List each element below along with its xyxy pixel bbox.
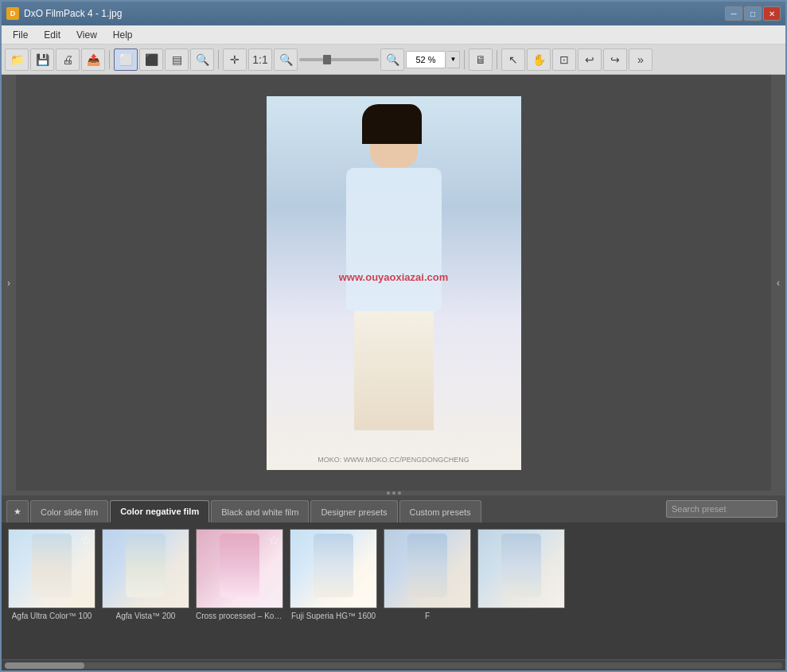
preset-item-1[interactable]: ☆ Agfa Ultra Color™ 100: [8, 529, 95, 620]
splitter-dot-1: [387, 491, 390, 495]
tab-color-negative[interactable]: Color negative film: [110, 500, 209, 522]
zoom-in-icon: 🔍: [380, 49, 404, 71]
bottom-scrollbar[interactable]: [2, 659, 785, 670]
main-content: › www.ouyaoxiazai.com MOKO: WWW.MOK: [2, 75, 785, 491]
preset-label-5: F: [425, 612, 430, 620]
loupe-button[interactable]: 🔍: [190, 49, 214, 71]
preset-thumb-5: [384, 529, 471, 608]
preset-label-2: Agfa Vista™ 200: [116, 612, 176, 620]
photo-watermark: www.ouyaoxiazai.com: [339, 271, 449, 283]
zoom-1to1-label: 1:1: [252, 53, 267, 66]
preset-star-1: ☆: [80, 533, 92, 548]
preset-thumb-6: [477, 529, 565, 608]
display-mode-button[interactable]: 🖥: [469, 49, 493, 71]
share-button[interactable]: 📤: [81, 49, 105, 71]
canvas-area: www.ouyaoxiazai.com MOKO: WWW.MOKO.CC/PE…: [16, 75, 771, 491]
tab-designer[interactable]: Designer presets: [310, 500, 397, 522]
preset-thumb-2: [102, 529, 189, 608]
menu-help[interactable]: Help: [105, 28, 141, 42]
left-panel-toggle[interactable]: ›: [2, 75, 16, 491]
zoom-slider[interactable]: [299, 58, 379, 61]
single-view-button[interactable]: ⬜: [114, 49, 138, 71]
person-legs: [354, 311, 434, 430]
title-bar: D DxO FilmPack 4 - 1.jpg ─ □ ✕: [2, 2, 785, 25]
photo-container: www.ouyaoxiazai.com MOKO: WWW.MOKO.CC/PE…: [267, 96, 521, 470]
menu-view[interactable]: View: [68, 28, 105, 42]
preset-thumbnails: ☆ Agfa Ultra Color™ 100 Agfa Vista™ 200 …: [2, 522, 785, 659]
preset-label-4: Fuji Superia HG™ 1600: [291, 612, 376, 620]
tab-black-white[interactable]: Black and white film: [211, 500, 309, 522]
person-body: [346, 168, 442, 311]
app-icon: D: [6, 7, 19, 20]
photo-bottom-text: MOKO: WWW.MOKO.CC/PENGDONGCHENG: [267, 456, 521, 464]
separator-3: [464, 50, 465, 69]
redo-button[interactable]: ↪: [603, 49, 627, 71]
preset-item-5[interactable]: F: [384, 529, 471, 620]
preset-item-3[interactable]: ☆ Cross processed – Kodak ...: [196, 529, 283, 620]
bottom-panel: ★ Color slide film Color negative film B…: [2, 495, 785, 670]
preset-search-container: [666, 500, 777, 518]
print-button[interactable]: 🖨: [56, 49, 80, 71]
preset-label-3: Cross processed – Kodak ...: [196, 612, 283, 620]
tab-custom[interactable]: Custom presets: [399, 500, 481, 522]
scrollbar-track: [5, 662, 782, 669]
photo-display: www.ouyaoxiazai.com MOKO: WWW.MOKO.CC/PE…: [267, 96, 521, 470]
open-button[interactable]: 📁: [5, 49, 29, 71]
zoom-dropdown[interactable]: ▼: [447, 51, 460, 68]
window-title: DxO FilmPack 4 - 1.jpg: [24, 8, 122, 19]
more-button[interactable]: »: [629, 49, 653, 71]
splitter-dot-2: [392, 491, 395, 495]
preset-label-1: Agfa Ultra Color™ 100: [12, 612, 92, 620]
select-tool-button[interactable]: ↖: [501, 49, 525, 71]
menu-file[interactable]: File: [5, 28, 36, 42]
preset-thumb-1: ☆: [8, 529, 95, 608]
menu-bar: File Edit View Help: [2, 25, 785, 45]
close-button[interactable]: ✕: [763, 6, 781, 21]
tab-color-slide[interactable]: Color slide film: [30, 500, 108, 522]
search-preset-input[interactable]: [666, 500, 777, 518]
split-view-button[interactable]: ▤: [165, 49, 189, 71]
title-buttons: ─ □ ✕: [725, 6, 781, 21]
right-panel-toggle[interactable]: ‹: [771, 75, 785, 491]
splitter-dot-3: [398, 491, 401, 495]
separator-4: [497, 50, 497, 69]
right-arrow-icon: ‹: [777, 278, 780, 289]
compare-view-button[interactable]: ⬛: [139, 49, 163, 71]
save-button[interactable]: 💾: [30, 49, 54, 71]
separator-1: [109, 50, 110, 69]
preset-item-4[interactable]: Fuji Superia HG™ 1600: [290, 529, 377, 620]
preset-item-2[interactable]: Agfa Vista™ 200: [102, 529, 189, 620]
zoom-1to1-button[interactable]: 1:1: [248, 49, 272, 71]
preset-star-3: ☆: [268, 533, 279, 548]
person-hair: [362, 104, 422, 144]
preset-thumb-3: ☆: [196, 529, 283, 608]
preset-item-6[interactable]: [477, 529, 565, 612]
move-tool-button[interactable]: ✛: [223, 49, 247, 71]
preset-thumb-4: [290, 529, 377, 608]
hand-tool-button[interactable]: ✋: [527, 49, 551, 71]
star-icon: ★: [14, 507, 21, 517]
tab-favorites[interactable]: ★: [6, 500, 29, 522]
minimize-button[interactable]: ─: [725, 6, 742, 21]
zoom-input[interactable]: [406, 51, 446, 68]
left-arrow-icon: ›: [7, 278, 10, 289]
preset-tabs: ★ Color slide film Color negative film B…: [2, 495, 785, 522]
scrollbar-thumb[interactable]: [5, 662, 84, 669]
undo-button[interactable]: ↩: [578, 49, 602, 71]
maximize-button[interactable]: □: [744, 6, 762, 21]
zoom-out-icon: 🔍: [274, 49, 298, 71]
crop-tool-button[interactable]: ⊡: [552, 49, 576, 71]
main-window: D DxO FilmPack 4 - 1.jpg ─ □ ✕ File Edit…: [0, 0, 787, 672]
separator-2: [218, 50, 219, 69]
menu-edit[interactable]: Edit: [36, 28, 68, 42]
person-head: [370, 112, 418, 168]
toolbar: 📁 💾 🖨 📤 ⬜ ⬛ ▤ 🔍 ✛ 1:1 🔍 🔍 ▼ 🖥: [2, 45, 785, 75]
